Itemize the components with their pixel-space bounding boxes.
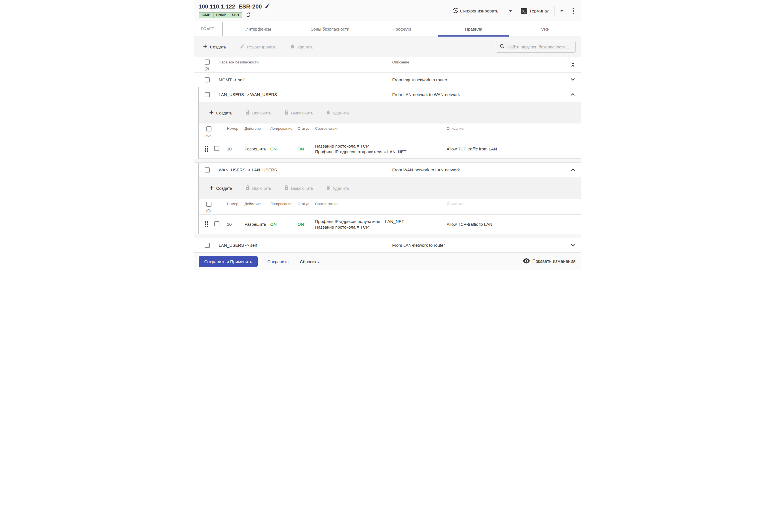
column-header-number: Номер	[227, 126, 245, 137]
drag-handle-icon[interactable]	[205, 146, 208, 152]
delete-zone-pair-button[interactable]: Удалить	[290, 44, 313, 50]
show-changes-button[interactable]: Показать изменения	[523, 258, 576, 265]
divider	[554, 6, 555, 16]
rule-logging-status: ON	[270, 222, 298, 227]
create-label: Создать	[216, 110, 232, 115]
terminal-label: Терминал	[529, 8, 549, 14]
chevron-down-icon	[560, 10, 564, 12]
disable-rule-button[interactable]: Выключить	[284, 110, 313, 116]
save-and-apply-button[interactable]: Сохранить и Применить	[199, 256, 258, 267]
zone-pair-description: From WAN-network to LAN-network	[392, 167, 564, 172]
rule-status: ON	[298, 222, 315, 227]
expand-row-button[interactable]	[570, 76, 576, 83]
terminal-menu-button[interactable]	[559, 9, 565, 13]
rule-description: Allow TCP traffic from LAN	[447, 146, 581, 151]
rule-checkbox[interactable]	[214, 221, 219, 226]
enable-label: Включить	[252, 110, 271, 115]
create-rule-button[interactable]: Создать	[209, 185, 232, 191]
zone-pair-group-lan-to-wan: LAN_USERS -> WAN_USERS From LAN-network …	[194, 87, 581, 159]
rule-checkbox[interactable]	[214, 146, 219, 151]
chevron-down-icon	[571, 243, 575, 247]
draft-badge: DRAFT	[194, 21, 222, 37]
tab-rules[interactable]: Правила	[438, 21, 510, 37]
zone-pair-name: LAN_USERS -> WAN_USERS	[219, 92, 392, 97]
trash-icon	[326, 110, 331, 116]
refresh-protocols-button[interactable]	[245, 12, 251, 18]
column-header-description: Описание	[447, 126, 581, 137]
rule-action: Разрешить	[245, 222, 270, 227]
eye-icon	[523, 258, 530, 265]
chevron-down-icon	[509, 10, 512, 12]
column-header-matches: Соответствия	[315, 126, 447, 137]
zone-pair-row[interactable]: MGMT -> self From mgmt-network to router	[194, 73, 581, 87]
more-actions-button[interactable]	[571, 7, 576, 15]
create-rule-button[interactable]: Создать	[209, 110, 232, 116]
rule-row[interactable]: 10 Разрешить ON ON Название протокола = …	[199, 139, 581, 159]
row-checkbox[interactable]	[205, 243, 210, 248]
drag-handle-icon[interactable]	[205, 221, 208, 227]
collapse-row-button[interactable]	[570, 91, 576, 98]
rule-status: ON	[298, 146, 315, 151]
row-checkbox[interactable]	[205, 92, 210, 97]
lock-open-icon	[245, 110, 250, 116]
sync-play-icon	[452, 7, 459, 15]
row-checkbox[interactable]	[205, 167, 210, 173]
column-header-status: Статус	[298, 202, 315, 213]
zone-pair-row[interactable]: LAN_USERS -> WAN_USERS From LAN-network …	[194, 87, 581, 102]
rule-match-line: Название протокола = TCP	[315, 225, 447, 229]
rule-matches: Название протокола = TCP Профиль IP-адре…	[315, 143, 447, 155]
edit-title-button[interactable]	[265, 4, 270, 10]
enable-label: Включить	[252, 186, 271, 191]
enable-rule-button[interactable]: Включить	[245, 110, 271, 116]
trash-icon	[326, 185, 331, 191]
selected-count: (0)	[206, 133, 227, 137]
create-zone-pair-button[interactable]: Создать	[202, 44, 226, 50]
enable-rule-button[interactable]: Включить	[245, 185, 271, 191]
create-label: Создать	[216, 186, 232, 191]
tab-bar: DRAFT Интерфейсы Зоны безопасности Профи…	[194, 21, 581, 37]
tab-interfaces[interactable]: Интерфейсы	[222, 21, 294, 37]
select-all-checkbox[interactable]	[205, 59, 210, 65]
edit-zone-pair-button[interactable]: Редактировать	[240, 44, 277, 50]
collapse-all-button[interactable]	[570, 61, 576, 69]
column-header-description: Описание	[447, 202, 581, 213]
rules-toolbar: Создать Включить Выключить	[199, 102, 581, 124]
tab-security-zones[interactable]: Зоны безопасности	[294, 21, 366, 37]
selected-count: (0)	[205, 66, 209, 71]
delete-rule-button[interactable]: Удалить	[326, 185, 349, 191]
chevron-up-icon	[571, 168, 575, 172]
terminal-button[interactable]: Терминал	[521, 8, 549, 14]
page-title: 100.110.1.122_ESR-200	[199, 3, 262, 10]
tab-profiles[interactable]: Профили	[366, 21, 438, 37]
rule-row[interactable]: 10 Разрешить ON ON Профиль IP-адресов по…	[199, 215, 581, 234]
disable-rule-button[interactable]: Выключить	[284, 185, 313, 191]
save-button[interactable]: Сохранить	[265, 257, 290, 266]
divider	[503, 6, 503, 16]
disable-label: Выключить	[291, 186, 313, 191]
zone-pair-description: From mgmt-network to router	[392, 77, 564, 82]
column-header-pair: Пара зон безопасности	[219, 59, 392, 71]
reset-button[interactable]: Сбросить	[298, 257, 320, 266]
pencil-icon	[265, 4, 270, 10]
zone-pair-search	[496, 41, 576, 53]
zone-pair-group-wan-to-lan: WAN_USERS -> LAN_USERS From WAN-network …	[194, 163, 581, 234]
tab-vrf[interactable]: VRF	[510, 21, 581, 37]
synchronize-menu-button[interactable]	[508, 9, 513, 13]
expand-row-button[interactable]	[570, 242, 576, 248]
selected-count: (0)	[206, 208, 227, 213]
zone-pair-description: From LAN-network to router	[392, 243, 564, 248]
zone-pair-row[interactable]: LAN_USERS -> self From LAN-network to ro…	[194, 238, 581, 253]
collapse-row-button[interactable]	[570, 167, 576, 173]
search-input[interactable]	[508, 44, 572, 49]
select-all-rules-checkbox[interactable]	[206, 126, 211, 131]
synchronize-button[interactable]: Синхронизировать	[452, 7, 498, 15]
lock-open-icon	[245, 185, 250, 191]
rule-logging-status: ON	[270, 146, 298, 151]
select-all-rules-checkbox[interactable]	[206, 202, 211, 207]
zone-pair-row[interactable]: WAN_USERS -> LAN_USERS From WAN-network …	[194, 163, 581, 177]
delete-rule-button[interactable]: Удалить	[326, 110, 349, 116]
row-checkbox[interactable]	[205, 77, 210, 82]
rules-table-header: (0) Номер Действие Логирование Статус Со…	[199, 124, 581, 139]
synchronize-label: Синхронизировать	[460, 8, 498, 14]
rule-match-line: Название протокола = TCP	[315, 144, 447, 148]
